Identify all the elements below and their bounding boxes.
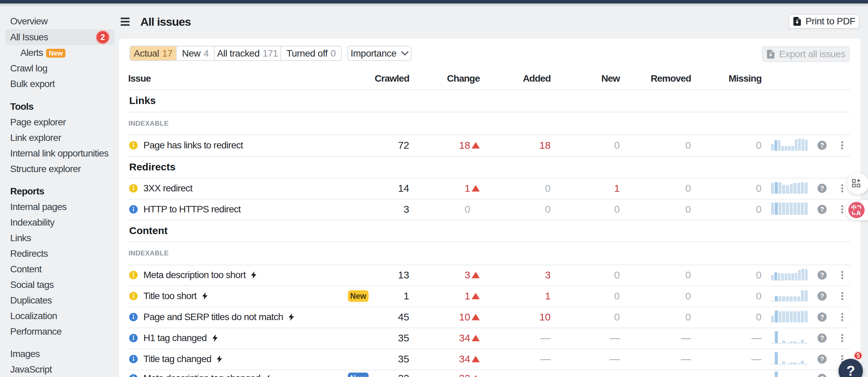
svg-text:A: A (856, 209, 861, 216)
